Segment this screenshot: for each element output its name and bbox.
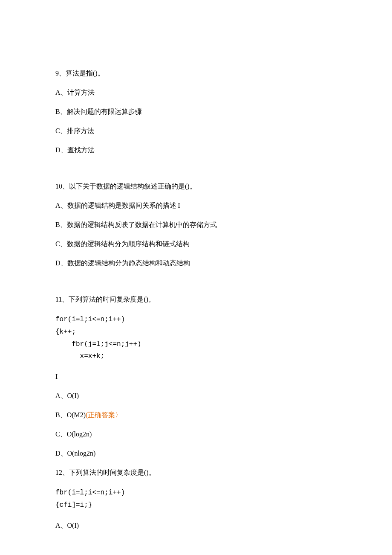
- q11-code: for(i=l;i<=n;i++) {k++; fbr(j=l;j<=n;j++…: [55, 314, 337, 363]
- q10-option-d: D、数据的逻辑结构分为静态结构和动态结构: [55, 258, 337, 268]
- q10-stem: 10、以下关于数据的逻辑结构叙述正确的是()。: [55, 181, 337, 192]
- q9-option-b: B、解决问题的有限运算步骤: [55, 107, 337, 117]
- correct-answer-tag: (正确答案〉: [86, 411, 122, 418]
- gap: [55, 277, 337, 294]
- gap: [55, 164, 337, 181]
- q11-post-code: I: [55, 372, 337, 382]
- q11-option-c: C、O(log2n): [55, 429, 337, 439]
- document-page: 9、算法是指()。 A、计算方法 B、解决问题的有限运算步骤 C、排序方法 D、…: [0, 0, 392, 555]
- q11-stem: 11、下列算法的时间复杂度是()。: [55, 294, 337, 305]
- q9-option-c: C、排序方法: [55, 126, 337, 136]
- q12-stem: 12、下列算法的时间复杂度是()。: [55, 468, 337, 478]
- q11-option-d: D、O(nlog2n): [55, 448, 337, 459]
- q11-option-a: A、O(I): [55, 391, 337, 401]
- q10-option-b: B、数据的逻辑结构反映了数据在计算机中的存储方式: [55, 220, 337, 230]
- q9-stem: 9、算法是指()。: [55, 68, 337, 78]
- q12-code: fbr(i=l;i<=n;i++) {cfi]=i;}: [55, 487, 337, 511]
- q10-option-a: A、数据的逻辑结构是数据间关系的描述 I: [55, 200, 337, 211]
- q9-option-a: A、计算方法: [55, 87, 337, 98]
- q11-option-b: B、O(M2)(正确答案〉: [55, 410, 337, 420]
- q10-option-c: C、数据的逻辑结构分为顺序结构和链式结构: [55, 239, 337, 249]
- q9-option-d: D、查找方法: [55, 145, 337, 155]
- q12-option-a: A、O(I): [55, 520, 337, 531]
- q11-option-b-text: B、O(M2): [55, 411, 86, 418]
